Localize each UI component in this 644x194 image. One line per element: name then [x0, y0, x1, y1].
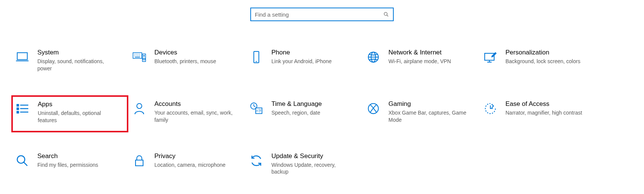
time-language-icon: A字 [249, 101, 264, 116]
tile-title: Time & Language [271, 100, 353, 108]
person-icon [132, 101, 147, 116]
keyboard-speaker-icon [132, 50, 147, 65]
tile-personalization[interactable]: Personalization Background, lock screen,… [479, 44, 596, 80]
pen-monitor-icon [483, 50, 498, 65]
tile-title: Apps [38, 101, 119, 108]
phone-icon [249, 50, 264, 65]
apps-list-icon [15, 101, 30, 116]
svg-text:A字: A字 [256, 109, 262, 113]
search-box[interactable] [250, 8, 394, 21]
tile-desc: Xbox Game Bar, captures, Game Mode [388, 109, 470, 124]
svg-rect-27 [17, 108, 18, 109]
tile-title: Gaming [388, 100, 470, 108]
search-input[interactable] [255, 11, 383, 18]
magnifier-icon [15, 153, 30, 168]
tile-desc: Wi-Fi, airplane mode, VPN [388, 58, 470, 65]
svg-point-15 [143, 58, 145, 60]
tile-desc: Your accounts, email, sync, work, family [154, 109, 236, 124]
tile-network[interactable]: Network & Internet Wi-Fi, airplane mode,… [362, 44, 479, 80]
tile-title: Personalization [505, 49, 587, 56]
svg-point-31 [137, 103, 142, 108]
tile-desc: Display, sound, notifications, power [37, 58, 119, 72]
lock-icon [132, 153, 147, 168]
tile-title: Phone [271, 49, 353, 56]
tile-accounts[interactable]: Accounts Your accounts, email, sync, wor… [128, 95, 245, 132]
tile-phone[interactable]: Phone Link your Android, iPhone [245, 44, 362, 80]
tile-title: Update & Security [271, 152, 353, 160]
svg-rect-25 [17, 104, 18, 106]
svg-line-34 [254, 106, 255, 107]
laptop-icon [15, 50, 30, 65]
svg-point-0 [384, 12, 387, 16]
ease-of-access-icon [483, 101, 498, 116]
tile-desc: Speech, region, date [271, 109, 353, 116]
tile-time-language[interactable]: A字 Time & Language Speech, region, date [245, 95, 362, 132]
svg-line-1 [387, 15, 388, 17]
tile-ease-of-access[interactable]: Ease of Access Narrator, magnifier, high… [479, 95, 596, 132]
tile-privacy[interactable]: Privacy Location, camera, microphone [128, 147, 245, 184]
tile-devices[interactable]: Devices Bluetooth, printers, mouse [128, 44, 245, 80]
tile-system[interactable]: System Display, sound, notifications, po… [11, 44, 128, 80]
tile-desc: Background, lock screen, colors [505, 58, 587, 65]
tile-desc: Bluetooth, printers, mouse [154, 58, 236, 65]
tile-title: System [37, 49, 119, 56]
svg-point-16 [143, 55, 145, 56]
tile-desc: Link your Android, iPhone [271, 58, 353, 65]
tile-desc: Uninstall, defaults, optional features [38, 110, 119, 124]
tile-desc: Narrator, magnifier, high contrast [505, 109, 587, 116]
xbox-icon [366, 101, 381, 116]
svg-rect-17 [254, 51, 259, 63]
tile-title: Privacy [154, 152, 236, 160]
tile-update-security[interactable]: Update & Security Windows Update, recove… [245, 147, 362, 184]
svg-rect-4 [133, 53, 142, 58]
settings-grid: System Display, sound, notifications, po… [0, 44, 644, 183]
tile-desc: Find my files, permissions [37, 161, 119, 169]
tile-title: Ease of Access [505, 100, 587, 108]
svg-line-39 [24, 162, 27, 166]
svg-rect-2 [17, 53, 28, 59]
tile-search[interactable]: Search Find my files, permissions [11, 147, 128, 184]
svg-rect-29 [17, 111, 18, 113]
tile-title: Search [37, 152, 119, 160]
search-icon [383, 11, 389, 17]
tile-desc: Location, camera, microphone [154, 161, 236, 169]
tile-gaming[interactable]: Gaming Xbox Game Bar, captures, Game Mod… [362, 95, 479, 132]
tile-title: Network & Internet [388, 49, 470, 56]
tile-apps[interactable]: Apps Uninstall, defaults, optional featu… [11, 95, 128, 132]
tile-desc: Windows Update, recovery, backup [271, 161, 353, 176]
sync-icon [249, 153, 264, 168]
svg-rect-40 [136, 160, 143, 166]
tile-title: Devices [154, 49, 236, 56]
tile-title: Accounts [154, 100, 236, 108]
globe-icon [366, 50, 381, 65]
svg-point-38 [17, 155, 25, 163]
